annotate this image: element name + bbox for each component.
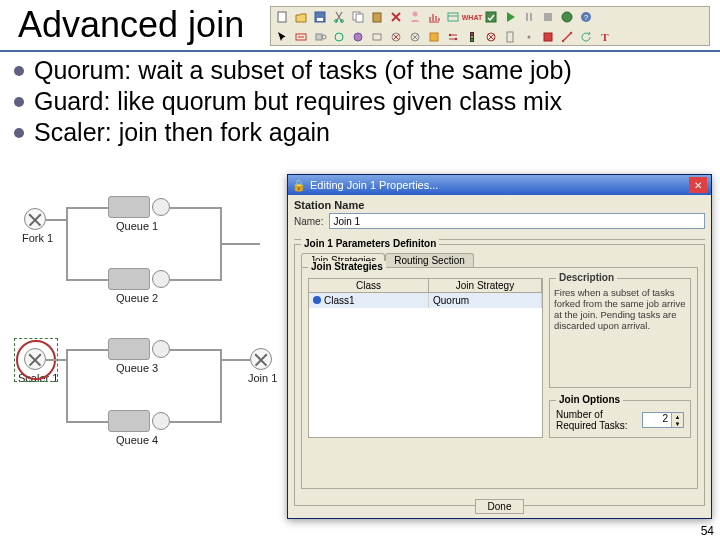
done-button[interactable]: Done bbox=[475, 499, 525, 514]
queue-node[interactable] bbox=[108, 268, 150, 290]
queue-node-icon[interactable] bbox=[311, 28, 329, 46]
svg-point-36 bbox=[562, 40, 564, 42]
join-strategies-panel: Join Strategies Class Join Strategy Clas… bbox=[301, 267, 698, 489]
node-label: Join 1 bbox=[248, 372, 277, 384]
transition-icon[interactable] bbox=[520, 28, 538, 46]
svg-rect-10 bbox=[486, 12, 496, 22]
region-icon[interactable] bbox=[539, 28, 557, 46]
play-icon[interactable] bbox=[501, 8, 519, 26]
copy-icon[interactable] bbox=[349, 8, 367, 26]
parameters-group: Join 1 Parameters Definiton Join Strateg… bbox=[294, 244, 705, 506]
node-label: Fork 1 bbox=[22, 232, 53, 244]
fork-node[interactable] bbox=[24, 208, 46, 230]
node-label: Queue 1 bbox=[116, 220, 158, 232]
tab-routing-section[interactable]: Routing Section bbox=[385, 253, 474, 267]
svg-rect-0 bbox=[278, 12, 286, 22]
dialog-titlebar[interactable]: 🔒 Editing Join 1 Properties... ✕ bbox=[288, 175, 711, 195]
user-icon[interactable] bbox=[406, 8, 424, 26]
text-icon[interactable]: T bbox=[596, 28, 614, 46]
pointer-icon[interactable] bbox=[273, 28, 291, 46]
fork-icon[interactable] bbox=[387, 28, 405, 46]
what-icon[interactable]: WHAT bbox=[463, 8, 481, 26]
logger-icon[interactable] bbox=[425, 28, 443, 46]
page-number: 54 bbox=[701, 524, 714, 538]
join-icon[interactable] bbox=[406, 28, 424, 46]
queue-node[interactable] bbox=[108, 338, 150, 360]
pause-icon[interactable] bbox=[520, 8, 538, 26]
delay-icon[interactable] bbox=[368, 28, 386, 46]
cut-icon[interactable] bbox=[330, 8, 348, 26]
semaphore-icon[interactable] bbox=[463, 28, 481, 46]
queue-node[interactable] bbox=[108, 410, 150, 432]
spin-up-icon[interactable]: ▲ bbox=[671, 413, 683, 420]
options-title: Join Options bbox=[556, 394, 623, 405]
properties-dialog: 🔒 Editing Join 1 Properties... ✕ Station… bbox=[287, 174, 712, 519]
globe-icon[interactable] bbox=[558, 8, 576, 26]
classswitch-icon[interactable] bbox=[444, 28, 462, 46]
scaler-icon[interactable] bbox=[482, 28, 500, 46]
svg-point-27 bbox=[455, 38, 457, 40]
svg-point-37 bbox=[570, 32, 572, 34]
save-icon[interactable] bbox=[311, 8, 329, 26]
stop-icon[interactable] bbox=[539, 8, 557, 26]
bullet-item: Quorum: wait a subset of tasks (of the s… bbox=[14, 56, 572, 85]
svg-point-8 bbox=[413, 12, 418, 17]
join-node[interactable] bbox=[250, 348, 272, 370]
svg-rect-7 bbox=[373, 13, 381, 22]
server-circle bbox=[152, 270, 170, 288]
svg-point-14 bbox=[562, 12, 572, 22]
server-circle bbox=[152, 340, 170, 358]
required-tasks-label: Number of Required Tasks: bbox=[556, 409, 642, 431]
svg-rect-2 bbox=[317, 18, 323, 21]
results-icon[interactable] bbox=[482, 8, 500, 26]
description-text: Fires when a subset of tasks forked from… bbox=[554, 287, 686, 331]
svg-point-29 bbox=[471, 33, 473, 35]
rotate-icon[interactable] bbox=[577, 28, 595, 46]
description-title: Description bbox=[556, 272, 617, 283]
source-icon[interactable] bbox=[292, 28, 310, 46]
svg-rect-11 bbox=[526, 13, 528, 21]
group-title: Join 1 Parameters Definiton bbox=[301, 238, 439, 249]
table-row[interactable]: Class1 Quorum bbox=[309, 293, 542, 308]
queue-node[interactable] bbox=[108, 196, 150, 218]
new-icon[interactable] bbox=[273, 8, 291, 26]
col-class: Class bbox=[309, 279, 429, 292]
required-tasks-spinner[interactable]: 2 ▲▼ bbox=[642, 412, 684, 428]
panel-title: Join Strategies bbox=[308, 261, 386, 272]
open-icon[interactable] bbox=[292, 8, 310, 26]
bullet-item: Guard: like quorum but requires given cl… bbox=[14, 87, 572, 116]
link-icon[interactable] bbox=[558, 28, 576, 46]
spin-down-icon[interactable]: ▼ bbox=[671, 420, 683, 427]
svg-rect-6 bbox=[356, 14, 363, 22]
network-diagram: Fork 1 Queue 1 Queue 2 Scaler 1 Queue 3 … bbox=[10, 178, 285, 493]
toolbar: WHAT ? T bbox=[270, 6, 710, 46]
router-icon[interactable] bbox=[349, 28, 367, 46]
chart-icon[interactable] bbox=[425, 8, 443, 26]
node-label: Queue 3 bbox=[116, 362, 158, 374]
svg-point-21 bbox=[354, 33, 362, 41]
svg-point-34 bbox=[528, 36, 531, 39]
description-box: Description Fires when a subset of tasks… bbox=[549, 278, 691, 388]
bullet-list: Quorum: wait a subset of tasks (of the s… bbox=[14, 56, 572, 149]
svg-rect-18 bbox=[316, 34, 322, 40]
help-icon[interactable]: ? bbox=[577, 8, 595, 26]
paste-icon[interactable] bbox=[368, 8, 386, 26]
server-circle bbox=[152, 412, 170, 430]
svg-rect-33 bbox=[507, 32, 513, 42]
node-label: Queue 2 bbox=[116, 292, 158, 304]
delete-icon[interactable] bbox=[387, 8, 405, 26]
sink-icon[interactable] bbox=[330, 28, 348, 46]
svg-point-30 bbox=[471, 36, 473, 38]
dialog-title-text: Editing Join 1 Properties... bbox=[310, 179, 438, 191]
slide-title: Advanced join bbox=[18, 4, 244, 46]
svg-point-31 bbox=[471, 39, 473, 41]
svg-rect-13 bbox=[544, 13, 552, 21]
svg-rect-12 bbox=[530, 13, 532, 21]
place-icon[interactable] bbox=[501, 28, 519, 46]
svg-rect-35 bbox=[544, 33, 552, 41]
svg-rect-22 bbox=[373, 34, 381, 40]
close-icon[interactable]: ✕ bbox=[689, 177, 707, 193]
station-name-input[interactable] bbox=[329, 213, 705, 229]
config-icon[interactable] bbox=[444, 8, 462, 26]
svg-rect-25 bbox=[430, 33, 438, 41]
